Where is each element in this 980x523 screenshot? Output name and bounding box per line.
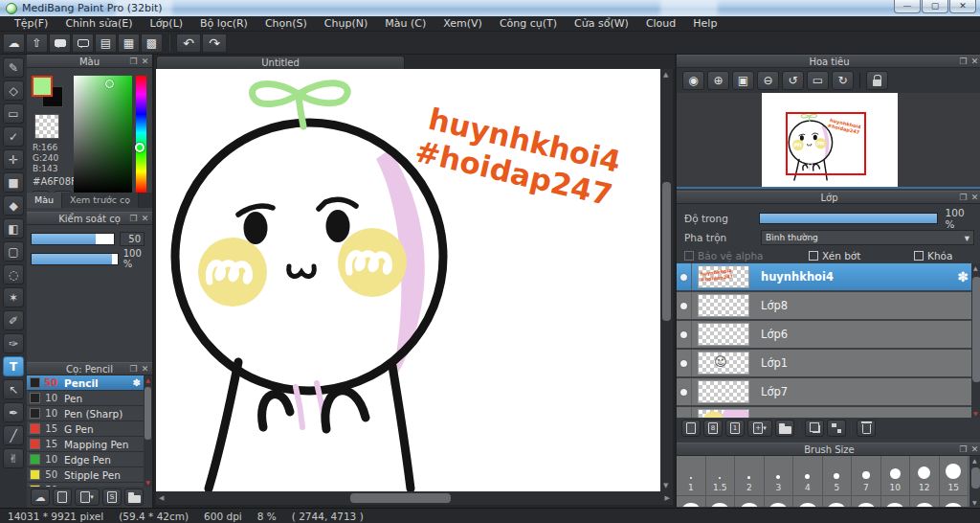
document-list-button[interactable]: ▦ — [118, 34, 140, 53]
brush-size-cell[interactable]: 7 — [852, 456, 881, 496]
material-grid-button[interactable]: ▩ — [141, 34, 163, 53]
Pen[interactable]: 10 Pen ✽ — [27, 391, 152, 406]
brush-size-cell[interactable] — [940, 496, 969, 507]
brush-size-cell[interactable] — [706, 496, 736, 507]
brush-size-cell[interactable]: 15 — [940, 456, 969, 496]
canvas[interactable]: huynhkhoi4 #hoidap247 — [156, 69, 660, 491]
layer-checkbox[interactable]: Bảo vệ alpha — [684, 248, 809, 263]
scroll-up-icon[interactable]: ▲ — [973, 264, 978, 271]
scroll-down-icon[interactable]: ▼ — [973, 410, 978, 417]
menu-item[interactable]: Công cụ(T) — [491, 16, 566, 32]
checkbox-icon[interactable] — [809, 251, 818, 261]
tool-divide[interactable]: ╱ — [3, 425, 24, 445]
chat-button[interactable] — [49, 34, 71, 53]
nav-zoom-original-button[interactable]: ◉ — [682, 71, 704, 90]
add-brush-button[interactable] — [53, 489, 72, 506]
canvas-horizontal-scrollbar[interactable]: ◀ ▶ — [156, 491, 673, 505]
add-1bit-layer-button[interactable]: 1 — [725, 420, 745, 437]
brush-list-scrollbar[interactable]: ▲ ▼ — [144, 375, 152, 487]
menu-item[interactable]: Bộ lọc(R) — [191, 16, 256, 32]
layer-row[interactable]: ✽ — [677, 407, 980, 418]
huynhkhoi4[interactable]: huynhkhoi4 ✽ — [677, 263, 980, 290]
saturation-value-picker[interactable] — [74, 76, 132, 193]
layer-visibility-toggle[interactable] — [677, 350, 692, 376]
redo-button[interactable]: ↷ — [202, 34, 227, 53]
brush-settings-icon[interactable]: ✽ — [133, 377, 141, 388]
brush-size-cell[interactable] — [765, 496, 794, 507]
layer-visibility-toggle[interactable] — [677, 378, 692, 405]
brush-cloud-download-button[interactable]: ☁ — [31, 489, 50, 506]
scroll-up-icon[interactable]: ▲ — [972, 457, 977, 464]
brush-opacity-slider[interactable] — [31, 253, 119, 265]
tool-brush[interactable]: ✎ — [3, 57, 24, 78]
canvas-vertical-scrollbar[interactable]: ▲ ▼ — [660, 69, 673, 491]
layer-list-scrollbar[interactable]: ▲ ▼ — [971, 263, 980, 418]
menu-item[interactable]: Chọn(S) — [256, 16, 316, 32]
close-icon[interactable]: ✕ — [969, 57, 980, 66]
scroll-left-icon[interactable]: ◀ — [159, 494, 164, 502]
layer-visibility-toggle[interactable] — [677, 407, 692, 418]
menu-item[interactable]: Help — [684, 16, 725, 32]
layer-visibility-toggle[interactable] — [677, 321, 692, 348]
undo-button[interactable]: ↶ — [176, 34, 201, 53]
nav-zoom-in-button[interactable]: ⊕ — [707, 71, 729, 90]
scrollbar-thumb[interactable] — [971, 467, 980, 489]
tool-select-eraser[interactable]: ✑ — [3, 333, 24, 353]
document-button[interactable]: ▤ — [95, 34, 117, 53]
tool-shape[interactable]: ▭ — [3, 103, 24, 124]
popout-icon[interactable]: ❐ — [958, 193, 969, 202]
brush-size-cell[interactable] — [881, 496, 911, 507]
tool-dot[interactable]: ✓ — [3, 126, 24, 147]
Pencil[interactable]: 50 Pencil ✽ — [27, 375, 152, 391]
brush-size-cell[interactable] — [910, 496, 940, 507]
tool-hand[interactable]: ✌ — [3, 448, 24, 468]
tool-eyedropper[interactable]: ✒ — [3, 402, 24, 422]
menu-item[interactable]: Cloud — [637, 16, 684, 32]
Sumi[interactable]: 50 Sumi ✽ — [27, 483, 152, 487]
scrollbar-thumb[interactable] — [350, 493, 451, 503]
close-button[interactable]: ✕ — [949, 0, 976, 13]
publish-button[interactable]: ⇧ — [26, 34, 48, 53]
delete-layer-button[interactable] — [857, 420, 876, 437]
brush-size-cell[interactable] — [823, 496, 853, 507]
nav-zoom-out-button[interactable]: ⊖ — [757, 71, 779, 90]
scroll-up-icon[interactable]: ▲ — [144, 376, 152, 383]
brush-size-cell[interactable]: 1.5 — [706, 456, 736, 496]
tool-lasso[interactable]: ◌ — [3, 264, 24, 284]
brush-size-cell[interactable]: 12 — [910, 456, 940, 496]
nav-rotate-right-button[interactable]: ↻ — [832, 71, 854, 90]
brush-size-cell[interactable]: 2 — [735, 456, 765, 496]
scroll-down-icon[interactable]: ▼ — [972, 499, 977, 506]
menu-item[interactable]: Xem(V) — [434, 16, 491, 32]
brush-size-value[interactable]: 50 — [120, 232, 145, 246]
nav-lock-button[interactable] — [866, 71, 888, 90]
layer-folder-button[interactable] — [775, 420, 794, 437]
scroll-down-icon[interactable]: ▼ — [663, 482, 668, 489]
transparent-color-swatch[interactable] — [34, 114, 59, 139]
G Pen[interactable]: 15 G Pen ✽ — [27, 421, 152, 437]
tab-brush-preview[interactable]: Xem trước cọ — [62, 193, 139, 208]
popout-icon[interactable]: ❐ — [128, 57, 139, 66]
restore-button[interactable]: ▢ — [922, 0, 948, 13]
brush-size-cell[interactable] — [735, 496, 765, 507]
layer-settings-icon[interactable]: ✽ — [957, 269, 969, 284]
document-tab[interactable]: Untitled — [156, 56, 405, 69]
tool-select[interactable]: ▢ — [3, 241, 24, 262]
checkbox-icon[interactable] — [914, 251, 924, 261]
tool-text[interactable]: T — [3, 356, 24, 376]
nav-reset-rotation-button[interactable]: ▭ — [807, 71, 829, 90]
tool-magic-wand[interactable]: ✶ — [3, 287, 24, 307]
menu-item[interactable]: Chụp(N) — [316, 16, 376, 32]
Lớp6[interactable]: Lớp6 ✽ — [677, 321, 980, 348]
popout-icon[interactable]: ❐ — [128, 214, 139, 223]
nav-fit-button[interactable]: ▣ — [732, 71, 754, 90]
menu-item[interactable]: Màu (C) — [376, 16, 434, 32]
hue-slider[interactable] — [136, 76, 146, 193]
foreground-color-swatch[interactable] — [32, 76, 53, 97]
brush-size-scrollbar[interactable]: ▲ ▼ — [969, 456, 980, 507]
Mapping Pen[interactable]: 15 Mapping Pen ✽ — [27, 437, 152, 452]
layer-visibility-toggle[interactable] — [677, 263, 692, 290]
Lớp8[interactable]: Lớp8 ✽ — [677, 292, 980, 319]
blend-mode-select[interactable]: Bình thường ▾ — [761, 230, 974, 245]
tab-color[interactable]: Màu — [27, 193, 62, 208]
